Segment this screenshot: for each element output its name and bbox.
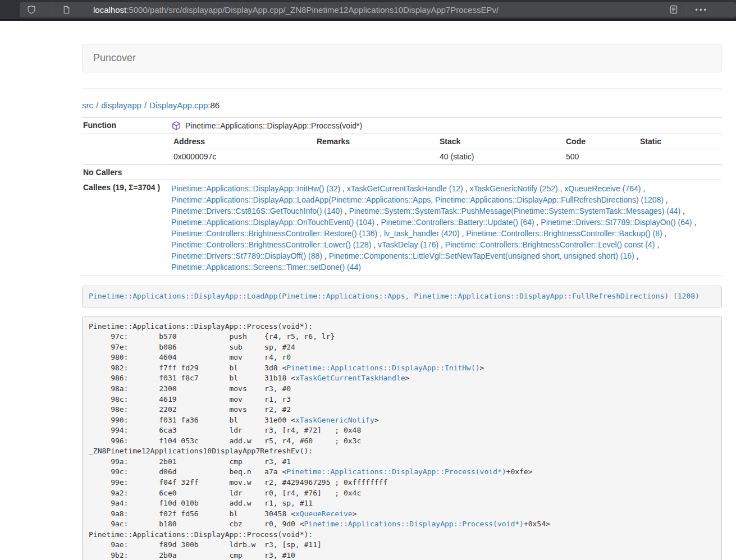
code-value: 500 xyxy=(561,149,636,164)
callee-link[interactable]: xQueueReceive (764) xyxy=(564,184,641,193)
callee-link[interactable]: Pinetime::Drivers::Cst816S::GetTouchInfo… xyxy=(171,206,342,215)
url-text: localhost:5000/path/src/displayapp/Displ… xyxy=(93,5,499,15)
no-callers-label: No Callers xyxy=(82,165,169,180)
url-host: localhost xyxy=(93,5,126,15)
callee-separator: , xyxy=(634,251,639,260)
highlighted-callee-box: Pinetime::Applications::DisplayApp::Load… xyxy=(82,286,722,307)
stats-values-row: 0x0000097c 40 (static) 500 xyxy=(169,149,722,164)
page-icon[interactable] xyxy=(61,4,71,15)
disasm-symbol-link[interactable]: Pinetime::Applications::DisplayApp::Proc… xyxy=(304,520,524,528)
function-row: Function Pinetime::Applications::Display… xyxy=(82,118,722,134)
disasm-symbol-link[interactable]: xTaskGenericNotify xyxy=(295,416,374,424)
callee-link[interactable]: Pinetime::Applications::DisplayApp::Load… xyxy=(171,195,664,204)
col-header-stack: Stack xyxy=(435,134,561,149)
callee-link[interactable]: Pinetime::Drivers::St7789::DisplayOff() … xyxy=(171,251,322,260)
callee-link[interactable]: vTaskDelay (176) xyxy=(378,240,438,249)
callee-link[interactable]: Pinetime::Controllers::BrightnessControl… xyxy=(445,240,655,249)
breadcrumb-separator: / xyxy=(96,100,98,110)
url-path: :5000/path/src/displayapp/DisplayApp.cpp… xyxy=(126,5,499,15)
urlbar-divider xyxy=(52,4,52,15)
callee-separator: , xyxy=(662,229,667,238)
callee-link[interactable]: xTaskGetCurrentTaskHandle (12) xyxy=(347,184,463,193)
disasm-symbol-link[interactable]: Pinetime::Applications::DisplayApp::Proc… xyxy=(286,467,506,476)
navbar: Puncover xyxy=(82,44,722,72)
breadcrumb-separator: / xyxy=(144,100,147,110)
browser-toolbar: localhost:5000/path/src/displayapp/Displ… xyxy=(0,0,736,21)
disasm-symbol-link[interactable]: xQueueReceive xyxy=(295,509,353,518)
callees-label: Callees (19, Σ=3704 ) xyxy=(82,180,169,276)
callers-row: No Callers xyxy=(82,165,722,180)
col-header-code: Code xyxy=(561,134,636,149)
callee-link[interactable]: Pinetime::Controllers::BrightnessControl… xyxy=(171,240,371,249)
breadcrumb-link-file[interactable]: DisplayApp.cpp xyxy=(149,100,208,110)
page-container: Puncover src/displayapp/DisplayApp.cpp:8… xyxy=(82,44,722,560)
callee-separator: , xyxy=(558,184,565,193)
url-bar[interactable]: localhost:5000/path/src/displayapp/Displ… xyxy=(20,2,736,17)
callee-separator: , xyxy=(692,218,697,227)
disasm-symbol-link[interactable]: xTaskGetCurrentTaskHandle xyxy=(295,374,405,382)
callees-list: Pinetime::Applications::DisplayApp::Init… xyxy=(169,180,722,276)
col-header-remarks: Remarks xyxy=(312,134,435,149)
callee-link[interactable]: Pinetime::Controllers::Battery::Update()… xyxy=(381,218,534,227)
function-name: Pinetime::Applications::DisplayApp::Proc… xyxy=(185,121,362,130)
reader-mode-icon[interactable] xyxy=(669,4,679,15)
callee-link[interactable]: Pinetime::Components::LittleVgl::SetNewT… xyxy=(329,251,634,260)
breadcrumb-link-displayapp[interactable]: displayapp xyxy=(101,100,141,110)
breadcrumb: src/displayapp/DisplayApp.cpp:86 xyxy=(82,100,722,110)
function-info-table: Function Pinetime::Applications::Display… xyxy=(82,117,722,276)
callee-separator: , xyxy=(340,184,347,193)
callee-separator: , xyxy=(374,218,381,227)
callee-link[interactable]: Pinetime::Applications::DisplayApp::OnTo… xyxy=(171,218,374,227)
callee-link[interactable]: Pinetime::Drivers::St7789::DisplayOn() (… xyxy=(541,218,692,227)
more-icon[interactable]: ••• xyxy=(695,6,708,13)
stats-table: Address Remarks Stack Code Static 0x0000… xyxy=(169,134,722,164)
callee-separator: , xyxy=(342,206,349,215)
divider xyxy=(82,88,722,89)
urlbar-divider xyxy=(687,4,687,15)
callee-separator: , xyxy=(463,184,470,193)
remarks-value xyxy=(312,149,435,164)
callee-link[interactable]: Pinetime::Controllers::BrightnessControl… xyxy=(171,229,377,238)
breadcrumb-link-src[interactable]: src xyxy=(82,100,93,110)
col-header-address: Address xyxy=(169,134,312,149)
callee-link[interactable]: xTaskGenericNotify (252) xyxy=(469,184,557,193)
callee-separator: , xyxy=(664,195,668,204)
disasm-symbol-link[interactable]: Pinetime::Applications::DisplayApp::Init… xyxy=(286,364,479,372)
disassembly-listing: Pinetime::Applications::DisplayApp::Proc… xyxy=(82,316,722,560)
callee-link[interactable]: Pinetime::System::SystemTask::PushMessag… xyxy=(349,206,681,215)
breadcrumb-line-number: :86 xyxy=(208,100,220,110)
function-label: Function xyxy=(82,118,169,134)
callee-link[interactable]: Pinetime::Applications::DisplayApp::Init… xyxy=(171,184,340,193)
callee-separator: , xyxy=(641,184,645,193)
stats-row: Address Remarks Stack Code Static 0x0000… xyxy=(82,134,722,165)
callee-separator: , xyxy=(377,229,384,238)
col-header-static: Static xyxy=(636,134,722,149)
callee-separator: , xyxy=(460,229,467,238)
shield-icon[interactable] xyxy=(26,4,36,15)
stack-value: 40 (static) xyxy=(435,149,561,164)
brand-link[interactable]: Puncover xyxy=(83,52,136,64)
callee-link[interactable]: Pinetime::Controllers::BrightnessControl… xyxy=(466,229,662,238)
callees-row: Callees (19, Σ=3704 ) Pinetime::Applicat… xyxy=(82,180,722,276)
callee-separator: , xyxy=(371,240,378,249)
callee-separator: , xyxy=(322,251,329,260)
static-value xyxy=(636,149,722,164)
callee-separator: , xyxy=(680,206,685,215)
callee-separator: , xyxy=(438,240,445,249)
callee-link[interactable]: Pinetime::Applications::Screens::Timer::… xyxy=(171,263,361,272)
address-value: 0x0000097c xyxy=(169,149,312,164)
callee-link[interactable]: lv_task_handler (420) xyxy=(384,229,460,238)
loadapp-link[interactable]: Pinetime::Applications::DisplayApp::Load… xyxy=(89,292,700,300)
package-icon xyxy=(171,121,181,131)
callee-separator: , xyxy=(534,218,541,227)
callee-separator: , xyxy=(655,240,659,249)
